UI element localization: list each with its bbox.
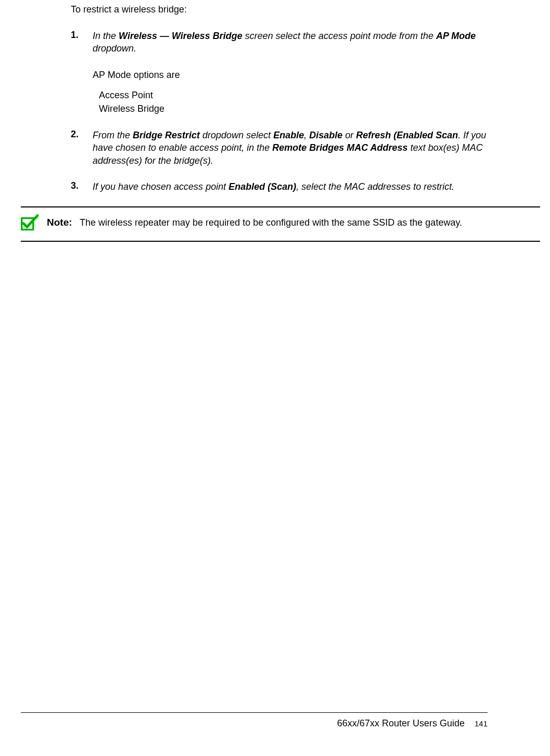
step-list: 1. In the Wireless — Wireless Bridge scr…	[71, 30, 488, 193]
step-body: In the Wireless — Wireless Bridge screen…	[93, 30, 488, 115]
note-box: Note: The wireless repeater may be requi…	[21, 207, 540, 241]
page-footer: 66xx/67xx Router Users Guide 141	[21, 712, 488, 729]
note-divider-bottom	[21, 241, 540, 242]
ap-mode-options: Access Point Wireless Bridge	[93, 88, 488, 115]
step-2: 2. From the Bridge Restrict dropdown sel…	[71, 129, 488, 167]
step-number: 2.	[71, 129, 93, 167]
guide-title: 66xx/67xx Router Users Guide	[337, 718, 465, 728]
footer-text: 66xx/67xx Router Users Guide 141	[21, 718, 488, 729]
page-content: To restrict a wireless bridge: 1. In the…	[0, 0, 550, 242]
checkmark-icon	[21, 214, 39, 231]
intro-text: To restrict a wireless bridge:	[71, 4, 488, 15]
step-number: 3.	[71, 180, 93, 193]
page-number: 141	[475, 719, 488, 728]
step-1-text: In the Wireless — Wireless Bridge screen…	[93, 31, 476, 54]
note-label: Note:	[47, 217, 72, 228]
step-1: 1. In the Wireless — Wireless Bridge scr…	[71, 30, 488, 115]
step-3: 3. If you have chosen access point Enabl…	[71, 180, 488, 193]
footer-divider	[21, 712, 488, 713]
step-body: From the Bridge Restrict dropdown select…	[93, 129, 488, 167]
option-wireless-bridge: Wireless Bridge	[99, 102, 488, 115]
step-number: 1.	[71, 30, 93, 115]
ap-mode-label: AP Mode options are	[93, 69, 488, 81]
note-content: Note: The wireless repeater may be requi…	[47, 217, 462, 228]
option-access-point: Access Point	[99, 88, 488, 102]
note-text: The wireless repeater may be required to…	[80, 217, 462, 228]
step-body: If you have chosen access point Enabled …	[93, 180, 454, 193]
